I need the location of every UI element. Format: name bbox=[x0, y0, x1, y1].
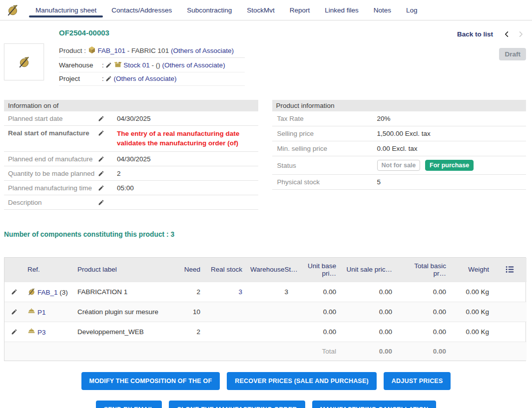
edit-warehouse-pencil-icon[interactable] bbox=[105, 62, 112, 68]
manufacturing-cancellation-button[interactable]: MANUFACTURING CANCELLATION bbox=[312, 401, 437, 408]
project-company-link[interactable]: (Others of Associate) bbox=[114, 75, 177, 82]
mrp-module-icon bbox=[27, 288, 35, 296]
total-basic-price-value: 0.00 bbox=[396, 322, 450, 342]
open-box-icon bbox=[114, 60, 122, 68]
product-name-text: - FABRIC 101 bbox=[125, 47, 171, 54]
col-total-basic-price: Total basic pr… bbox=[396, 258, 450, 282]
object-header: OF2504-00003 Back to list Draft Product … bbox=[4, 28, 526, 86]
col-ref: Ref. bbox=[23, 258, 73, 282]
chevron-right-icon bbox=[515, 29, 526, 38]
component-ref-link[interactable]: FAB_1 bbox=[37, 289, 58, 296]
tab-linked-files[interactable]: Linked files bbox=[317, 0, 366, 20]
component-row-fab1: FAB_1 (3) FABRICATION 1 2 3 3 0.00 0.00 … bbox=[4, 282, 527, 302]
real-stock-value bbox=[204, 302, 246, 322]
back-to-list-link[interactable]: Back to list bbox=[457, 30, 493, 38]
columns-selector[interactable] bbox=[493, 258, 527, 282]
component-ref-link[interactable]: P1 bbox=[37, 309, 46, 316]
total-basic-price-value: 0.00 bbox=[396, 282, 450, 302]
row-label: Planned manufacturing time bbox=[8, 184, 98, 192]
ref-suffix: (3) bbox=[58, 289, 68, 296]
need-value: 2 bbox=[173, 282, 204, 302]
components-total-row: Total 0.00 0.00 bbox=[4, 342, 527, 361]
action-buttons-row-2: SEND BY EMAIL CLONE THE MANUFACTURING OR… bbox=[0, 401, 532, 408]
component-row-p1: P1 Création plugin sur mesure 10 0.00 0.… bbox=[4, 302, 527, 322]
edit-pencil-icon[interactable] bbox=[98, 185, 104, 191]
component-label: Création plugin sur mesure bbox=[73, 302, 173, 322]
edit-line-pencil-icon[interactable] bbox=[11, 309, 17, 315]
product-company-link[interactable]: (Others of Associate) bbox=[171, 47, 234, 54]
real-stock-value bbox=[204, 322, 246, 342]
mrp-module-icon bbox=[17, 55, 30, 68]
row-value: 20% bbox=[377, 115, 522, 122]
chevron-left-icon[interactable] bbox=[501, 29, 512, 38]
weight-value: 0.00 Kg bbox=[450, 302, 493, 322]
mrp-module-icon bbox=[6, 0, 19, 20]
product-row-physical-stock: Physical stock 5 bbox=[272, 175, 527, 190]
component-ref-link[interactable]: P3 bbox=[37, 329, 46, 336]
warehouse-company-link[interactable]: (Others of Associate) bbox=[162, 61, 225, 69]
edit-line-pencil-icon[interactable] bbox=[11, 329, 17, 335]
row-label: Planned start date bbox=[8, 115, 98, 122]
not-for-sale-badge: Not for sale bbox=[377, 160, 421, 171]
row-label: Description bbox=[8, 199, 98, 206]
tab-report[interactable]: Report bbox=[282, 0, 318, 20]
info-row-planned-end: Planned end of manufacture 04/30/2025 bbox=[4, 152, 258, 166]
warehouse-stock-value bbox=[246, 322, 292, 342]
row-label: Real start of manufacture bbox=[8, 129, 98, 137]
warehouse-stock-value bbox=[246, 302, 292, 322]
product-row-tax-rate: Tax Rate 20% bbox=[272, 111, 527, 126]
need-value: 10 bbox=[173, 302, 204, 322]
warehouse-link[interactable]: Stock 01 bbox=[123, 61, 150, 69]
total-basic: 0.00 bbox=[396, 342, 450, 361]
modify-composition-button[interactable]: MODIFY THE COMPOSITION OF THE OF bbox=[81, 372, 220, 390]
unit-base-price-value: 0.00 bbox=[292, 282, 340, 302]
object-ref: OF2504-00003 bbox=[59, 28, 526, 37]
real-stock-link[interactable]: 3 bbox=[238, 288, 242, 296]
total-label: Total bbox=[292, 342, 340, 361]
col-weight: Weight bbox=[450, 258, 493, 282]
edit-pencil-icon[interactable] bbox=[98, 199, 104, 206]
send-by-email-button[interactable]: SEND BY EMAIL bbox=[96, 401, 162, 408]
row-label: Min. selling price bbox=[277, 145, 377, 152]
product-information-title: Product information bbox=[272, 100, 527, 111]
weight-value: 0.00 Kg bbox=[450, 322, 493, 342]
real-start-warning-text: The entry of a real manufacturing date v… bbox=[111, 129, 254, 148]
row-value: 04/30/2025 bbox=[111, 155, 254, 163]
tab-log[interactable]: Log bbox=[399, 0, 425, 20]
edit-pencil-icon[interactable] bbox=[98, 130, 104, 136]
total-basic-price-value: 0.00 bbox=[396, 302, 450, 322]
total-unit-sale: 0.00 bbox=[340, 342, 396, 361]
bell-icon bbox=[27, 308, 35, 316]
project-label: Project bbox=[59, 75, 102, 82]
adjust-prices-button[interactable]: ADJUST PRICES bbox=[384, 372, 451, 390]
edit-pencil-icon[interactable] bbox=[98, 156, 104, 162]
colon: : bbox=[102, 75, 104, 82]
info-on-of-title: Information on of bbox=[4, 100, 258, 111]
tab-stockmvt[interactable]: StockMvt bbox=[239, 0, 282, 20]
tab-subcontracting[interactable]: Subcontracting bbox=[179, 0, 239, 20]
warehouse-stock-value: 3 bbox=[246, 282, 292, 302]
clone-order-button[interactable]: CLONE THE MANUFACTURING ORDER bbox=[169, 401, 305, 408]
colon: : bbox=[102, 61, 104, 69]
row-value: 04/30/2025 bbox=[111, 115, 254, 122]
edit-pencil-icon[interactable] bbox=[98, 170, 104, 177]
col-real-stock: Real stock bbox=[204, 258, 246, 282]
banner-row-project: Project: (Others of Associate) bbox=[59, 72, 245, 86]
info-row-planned-start: Planned start date 04/30/2025 bbox=[4, 111, 258, 126]
recover-prices-button[interactable]: RECOVER PRICES (SALE AND PURCHASE) bbox=[227, 372, 376, 390]
for-purchase-badge: For purchase bbox=[425, 160, 474, 171]
row-label: Planned end of manufacture bbox=[8, 155, 98, 163]
edit-project-pencil-icon[interactable] bbox=[105, 75, 112, 82]
edit-pencil-icon[interactable] bbox=[98, 115, 104, 122]
info-row-manufacturing-time: Planned manufacturing time 05:00 bbox=[4, 181, 258, 195]
tab-contacts-addresses[interactable]: Contacts/Addresses bbox=[104, 0, 179, 20]
product-link[interactable]: FAB_101 bbox=[98, 47, 126, 54]
tab-notes[interactable]: Notes bbox=[366, 0, 399, 20]
list-icon[interactable] bbox=[506, 266, 514, 273]
edit-line-pencil-icon[interactable] bbox=[11, 289, 17, 295]
info-on-of-table: Information on of Planned start date 04/… bbox=[4, 100, 258, 210]
product-information-table: Product information Tax Rate 20% Selling… bbox=[272, 100, 527, 210]
unit-sale-price-value: 0.00 bbox=[340, 322, 396, 342]
component-row-p3: P3 Developpement_WEB 2 0.00 0.00 0.00 0.… bbox=[4, 322, 527, 342]
tab-manufacturing-sheet[interactable]: Manufacturing sheet bbox=[28, 0, 104, 20]
